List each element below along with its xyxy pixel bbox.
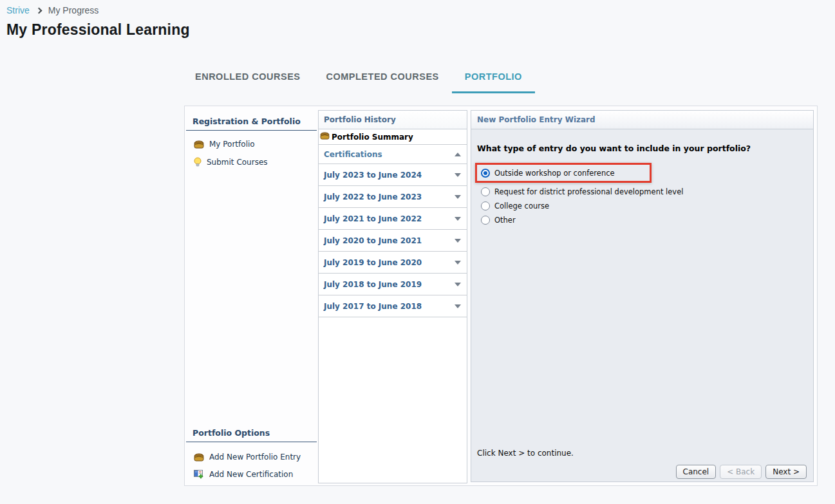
- next-button[interactable]: Next >: [765, 465, 807, 479]
- radio-label: Other: [494, 216, 516, 225]
- sidebar-item-add-new-portfolio-entry[interactable]: Add New Portfolio Entry: [194, 450, 301, 464]
- year-label: July 2023 to June 2024: [324, 171, 422, 180]
- wallet-icon: [194, 140, 204, 149]
- radio-option-outside-workshop[interactable]: Outside workshop or conference: [475, 163, 652, 183]
- year-row-2018-2019[interactable]: July 2018 to June 2019: [319, 274, 467, 295]
- chevron-down-icon[interactable]: [455, 239, 461, 243]
- sidebar-item-label: Add New Certification: [209, 470, 293, 479]
- sidebar-item-submit-courses[interactable]: Submit Courses: [194, 155, 268, 169]
- radio-button[interactable]: [481, 216, 490, 225]
- year-row-2017-2018[interactable]: July 2017 to June 2018: [319, 295, 467, 317]
- wizard-question: What type of entry do you want to includ…: [477, 144, 751, 153]
- chevron-down-icon[interactable]: [455, 195, 461, 199]
- radio-option-district-pd-level[interactable]: Request for district professional develo…: [475, 185, 683, 199]
- certifications-item[interactable]: Certifications: [319, 145, 467, 164]
- radio-button-selected[interactable]: [481, 169, 490, 178]
- year-label: July 2020 to June 2021: [324, 236, 422, 245]
- cancel-button[interactable]: Cancel: [676, 465, 717, 479]
- year-row-2021-2022[interactable]: July 2021 to June 2022: [319, 208, 467, 230]
- radio-option-other[interactable]: Other: [475, 213, 683, 227]
- wallet-icon: [320, 132, 330, 142]
- new-portfolio-entry-wizard-panel: New Portfolio Entry Wizard What type of …: [471, 110, 814, 482]
- breadcrumb: Strive My Progress: [6, 5, 99, 15]
- registration-portfolio-section-title: Registration & Portfolio: [186, 117, 317, 131]
- chevron-down-icon[interactable]: [455, 217, 461, 221]
- year-row-2022-2023[interactable]: July 2022 to June 2023: [319, 186, 467, 208]
- entry-type-radio-group: Outside workshop or conference Request f…: [475, 163, 683, 227]
- sidebar-item-label: Submit Courses: [207, 158, 268, 167]
- chevron-down-icon[interactable]: [455, 304, 461, 308]
- portfolio-history-panel: Portfolio History Portfolio Summary Cert…: [318, 110, 467, 483]
- year-row-2020-2021[interactable]: July 2020 to June 2021: [319, 230, 467, 252]
- wizard-button-bar: Cancel < Back Next >: [676, 465, 807, 479]
- radio-option-college-course[interactable]: College course: [475, 199, 683, 213]
- certifications-label: Certifications: [324, 150, 382, 159]
- chevron-right-icon: [35, 8, 42, 14]
- tab-bar: ENROLLED COURSES COMPLETED COURSES PORTF…: [182, 67, 535, 93]
- portfolio-container: Registration & Portfolio My Portfolio Su…: [184, 106, 818, 486]
- chevron-down-icon[interactable]: [455, 173, 461, 177]
- wizard-hint: Click Next > to continue.: [477, 449, 574, 458]
- breadcrumb-current: My Progress: [48, 5, 99, 15]
- radio-button[interactable]: [481, 201, 490, 210]
- page-title: My Professional Learning: [6, 21, 190, 39]
- sidebar-item-label: Add New Portfolio Entry: [209, 453, 301, 462]
- year-row-2019-2020[interactable]: July 2019 to June 2020: [319, 252, 467, 274]
- wizard-title: New Portfolio Entry Wizard: [471, 111, 813, 129]
- back-button[interactable]: < Back: [720, 465, 762, 479]
- tab-portfolio[interactable]: PORTFOLIO: [452, 67, 535, 93]
- portfolio-history-header: Portfolio History: [319, 111, 467, 129]
- chevron-down-icon[interactable]: [455, 283, 461, 286]
- year-label: July 2022 to June 2023: [324, 192, 422, 201]
- sidebar-item-my-portfolio[interactable]: My Portfolio: [194, 137, 255, 151]
- sidebar-item-label: My Portfolio: [209, 140, 255, 149]
- portfolio-summary-item[interactable]: Portfolio Summary: [319, 129, 467, 145]
- year-label: July 2021 to June 2022: [324, 214, 422, 223]
- radio-label: Outside workshop or conference: [494, 169, 615, 178]
- portfolio-summary-label: Portfolio Summary: [332, 133, 413, 142]
- year-row-2023-2024[interactable]: July 2023 to June 2024: [319, 164, 467, 186]
- year-label: July 2018 to June 2019: [324, 280, 422, 289]
- chevron-up-icon[interactable]: [455, 153, 461, 156]
- year-label: July 2019 to June 2020: [324, 258, 422, 267]
- wallet-icon: [194, 453, 204, 462]
- tab-enrolled-courses[interactable]: ENROLLED COURSES: [182, 67, 314, 93]
- portfolio-options-section-title: Portfolio Options: [186, 428, 317, 442]
- wizard-body: What type of entry do you want to includ…: [471, 129, 813, 481]
- radio-label: College course: [494, 201, 549, 210]
- tab-completed-courses[interactable]: COMPLETED COURSES: [314, 67, 452, 93]
- year-label: July 2017 to June 2018: [324, 302, 422, 311]
- lightbulb-icon: [194, 157, 202, 167]
- certification-icon: [194, 469, 204, 480]
- radio-label: Request for district professional develo…: [494, 187, 683, 196]
- breadcrumb-link-strive[interactable]: Strive: [6, 5, 30, 15]
- sidebar-item-add-new-certification[interactable]: Add New Certification: [194, 467, 293, 481]
- radio-button[interactable]: [481, 187, 490, 196]
- chevron-down-icon[interactable]: [455, 261, 461, 265]
